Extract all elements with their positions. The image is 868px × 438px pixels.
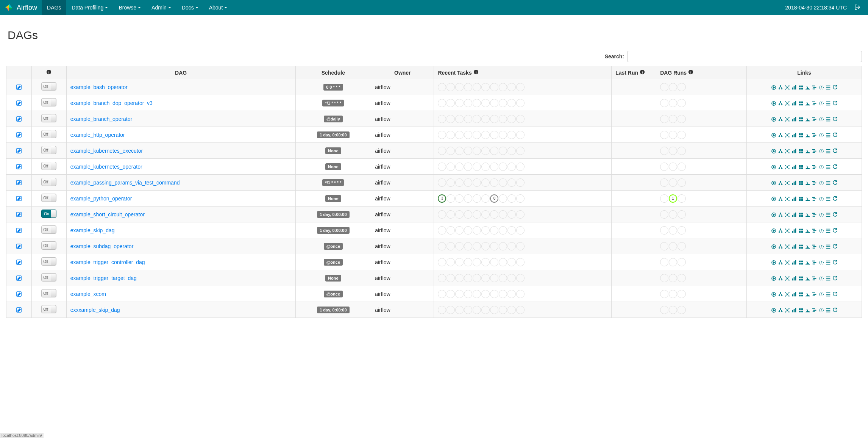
schedule-label[interactable]: @once bbox=[324, 243, 343, 250]
dag-link[interactable]: exxxample_skip_dag bbox=[70, 307, 120, 313]
recent-task-circle[interactable] bbox=[446, 306, 455, 314]
duration-link[interactable] bbox=[792, 196, 797, 202]
recent-task-circle[interactable] bbox=[499, 178, 507, 187]
pause-toggle[interactable]: Off bbox=[41, 178, 56, 186]
tree-link[interactable] bbox=[778, 148, 783, 154]
dagrun-circle[interactable] bbox=[678, 99, 686, 107]
dagrun-circle[interactable] bbox=[669, 290, 677, 298]
recent-task-circle[interactable] bbox=[455, 163, 464, 171]
recent-task-circle[interactable] bbox=[499, 83, 507, 91]
tries-link[interactable] bbox=[798, 148, 804, 154]
recent-task-circle[interactable] bbox=[446, 115, 455, 123]
nav-item-about[interactable]: About bbox=[204, 0, 233, 15]
dag-link[interactable]: example_branch_dop_operator_v3 bbox=[70, 100, 153, 106]
gantt-link[interactable] bbox=[812, 116, 817, 122]
dagrun-circle[interactable] bbox=[678, 274, 686, 282]
recent-task-circle[interactable] bbox=[455, 226, 464, 235]
graph-link[interactable] bbox=[785, 100, 790, 106]
tries-link[interactable] bbox=[798, 243, 804, 249]
recent-task-circle[interactable] bbox=[473, 178, 481, 187]
schedule-label[interactable]: 1 day, 0:00:00 bbox=[317, 307, 349, 313]
recent-task-circle[interactable] bbox=[481, 290, 490, 298]
recent-task-circle[interactable] bbox=[516, 163, 525, 171]
logs-link[interactable] bbox=[826, 291, 831, 297]
recent-task-circle[interactable] bbox=[516, 242, 525, 250]
dag-link[interactable]: example_trigger_controller_dag bbox=[70, 259, 145, 265]
trigger-link[interactable] bbox=[771, 148, 776, 154]
graph-link[interactable] bbox=[785, 148, 790, 154]
recent-task-circle[interactable] bbox=[516, 194, 525, 203]
landing-link[interactable] bbox=[805, 180, 810, 186]
tree-link[interactable] bbox=[778, 243, 783, 249]
schedule-label[interactable]: @once bbox=[324, 259, 343, 266]
recent-task-circle[interactable] bbox=[499, 99, 507, 107]
landing-link[interactable] bbox=[805, 196, 810, 202]
recent-task-circle[interactable] bbox=[490, 99, 498, 107]
trigger-link[interactable] bbox=[771, 243, 776, 249]
tries-link[interactable] bbox=[798, 291, 804, 297]
recent-task-circle[interactable] bbox=[438, 99, 446, 107]
recent-task-circle[interactable] bbox=[499, 147, 507, 155]
gantt-link[interactable] bbox=[812, 259, 817, 265]
recent-task-circle[interactable] bbox=[507, 147, 516, 155]
recent-task-circle[interactable] bbox=[455, 99, 464, 107]
logs-link[interactable] bbox=[826, 211, 831, 217]
recent-task-circle[interactable] bbox=[516, 83, 525, 91]
recent-task-circle[interactable] bbox=[481, 83, 490, 91]
edit-dag-icon[interactable] bbox=[16, 131, 22, 138]
recent-task-circle[interactable] bbox=[490, 83, 498, 91]
recent-task-circle[interactable] bbox=[473, 115, 481, 123]
dagrun-circle[interactable] bbox=[660, 115, 668, 123]
code-link[interactable] bbox=[819, 132, 824, 138]
graph-link[interactable] bbox=[785, 196, 790, 202]
recent-task-circle[interactable] bbox=[490, 274, 498, 282]
recent-task-circle[interactable] bbox=[481, 99, 490, 107]
recent-task-circle[interactable] bbox=[438, 147, 446, 155]
recent-task-circle[interactable] bbox=[455, 131, 464, 139]
duration-link[interactable] bbox=[792, 259, 797, 265]
dagrun-circle[interactable] bbox=[678, 147, 686, 155]
search-input[interactable] bbox=[627, 51, 862, 62]
recent-task-circle[interactable] bbox=[438, 290, 446, 298]
nav-item-browse[interactable]: Browse bbox=[113, 0, 146, 15]
recent-task-circle[interactable] bbox=[481, 258, 490, 266]
recent-task-circle[interactable] bbox=[446, 210, 455, 219]
trigger-link[interactable] bbox=[771, 84, 776, 90]
edit-dag-icon[interactable] bbox=[16, 307, 22, 313]
dag-link[interactable]: example_passing_params_via_test_command bbox=[70, 180, 180, 186]
dagrun-circle[interactable] bbox=[660, 242, 668, 250]
recent-task-circle[interactable] bbox=[516, 290, 525, 298]
trigger-link[interactable] bbox=[771, 259, 776, 265]
schedule-label[interactable]: 1 day, 0:00:00 bbox=[317, 227, 349, 234]
duration-link[interactable] bbox=[792, 291, 797, 297]
schedule-label[interactable]: None bbox=[325, 195, 341, 202]
recent-task-circle[interactable] bbox=[507, 178, 516, 187]
recent-task-circle[interactable] bbox=[473, 242, 481, 250]
pause-toggle[interactable]: Off bbox=[41, 114, 56, 122]
recent-task-circle[interactable] bbox=[490, 258, 498, 266]
recent-task-circle[interactable] bbox=[490, 226, 498, 235]
recent-task-circle[interactable] bbox=[516, 274, 525, 282]
recent-task-circle[interactable] bbox=[490, 163, 498, 171]
dagrun-circle[interactable] bbox=[660, 147, 668, 155]
tree-link[interactable] bbox=[778, 211, 783, 217]
logs-link[interactable] bbox=[826, 164, 831, 170]
pause-toggle[interactable]: Off bbox=[41, 241, 56, 250]
col-owner-header[interactable]: Owner bbox=[371, 66, 434, 79]
trigger-link[interactable] bbox=[771, 116, 776, 122]
recent-task-circle[interactable] bbox=[481, 274, 490, 282]
edit-dag-icon[interactable] bbox=[16, 259, 22, 265]
trigger-link[interactable] bbox=[771, 291, 776, 297]
refresh-link[interactable] bbox=[832, 100, 838, 106]
landing-link[interactable] bbox=[805, 100, 810, 106]
code-link[interactable] bbox=[819, 84, 824, 90]
pause-toggle[interactable]: Off bbox=[41, 305, 56, 313]
graph-link[interactable] bbox=[785, 275, 790, 281]
trigger-link[interactable] bbox=[771, 227, 776, 233]
dag-link[interactable]: example_skip_dag bbox=[70, 227, 115, 233]
trigger-link[interactable] bbox=[771, 100, 776, 106]
schedule-label[interactable]: */1 * * * * bbox=[322, 100, 344, 106]
tree-link[interactable] bbox=[778, 275, 783, 281]
recent-task-circle[interactable] bbox=[507, 115, 516, 123]
dagrun-circle[interactable] bbox=[669, 210, 677, 219]
